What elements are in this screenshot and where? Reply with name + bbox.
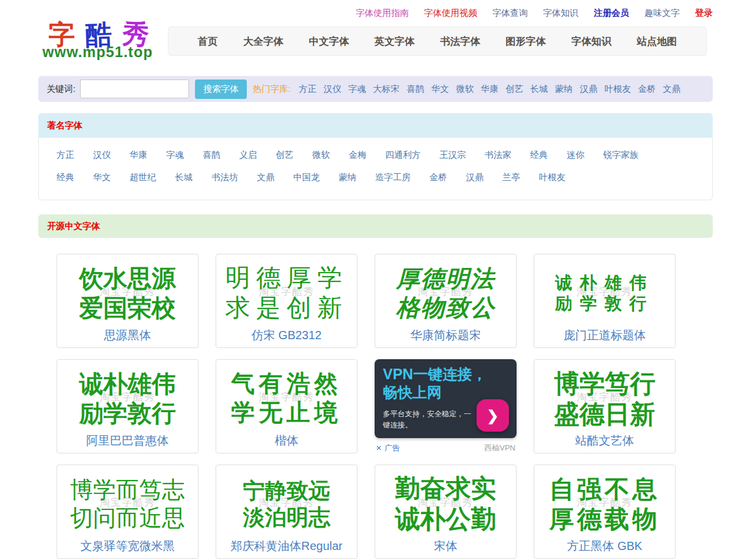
hot-font-link[interactable]: 叶根友 [604, 84, 631, 95]
famous-font-link[interactable]: 华康 [130, 150, 147, 161]
font-card[interactable]: 淘宝字酷秀饮水思源爱国荣校思源黑体 [57, 254, 198, 348]
nav-item[interactable]: 字体知识 [571, 35, 611, 48]
hot-font-link[interactable]: 大标宋 [373, 84, 399, 95]
famous-font-link[interactable]: 金桥 [429, 172, 447, 183]
logo-char: 酷 [85, 19, 123, 50]
font-preview-line: 淡泊明志 [243, 504, 330, 531]
famous-font-link[interactable]: 创艺 [276, 150, 293, 161]
topbar-link[interactable]: 字体知识 [543, 8, 578, 19]
chevron-right-icon: ❯ [487, 407, 498, 424]
famous-font-link[interactable]: 锐字家族 [603, 150, 638, 161]
font-name-label: 思源黑体 [104, 327, 151, 344]
font-preview-line: 宁静致远 [243, 478, 330, 504]
famous-fonts-header: 著名字体 [38, 113, 713, 138]
hot-font-link[interactable]: 华文 [431, 84, 449, 95]
famous-font-link[interactable]: 金梅 [349, 150, 366, 161]
font-preview-line: 厚德载物 [550, 504, 660, 534]
font-card[interactable]: 淘宝字酷秀厚德明法格物致公华康简标题宋 [375, 254, 517, 348]
topbar-link[interactable]: 字体使用指南 [356, 8, 409, 19]
famous-font-link[interactable]: 义启 [239, 150, 257, 161]
font-preview: 自强不息厚德载物 [550, 470, 660, 538]
ad-banner[interactable]: VPN一键连接，畅快上网多平台支持，安全稳定，一键连接。❯ [375, 359, 517, 438]
topbar-link[interactable]: 字体使用视频 [424, 8, 477, 19]
opensource-fonts-section: 开源中文字体 淘宝字酷秀饮水思源爱国荣校思源黑体淘宝字酷秀明德厚学求是创新仿宋 … [38, 214, 713, 559]
famous-font-link[interactable]: 喜鹊 [203, 150, 220, 161]
font-name-label: 仿宋 GB2312 [252, 327, 322, 344]
topbar-link[interactable]: 趣味文字 [644, 8, 680, 19]
ad-label[interactable]: 广告 [385, 443, 400, 453]
hot-font-link[interactable]: 蒙纳 [555, 84, 573, 95]
font-card[interactable]: 淘宝字酷秀博学笃行盛德日新站酷文艺体 [534, 359, 676, 453]
famous-font-link[interactable]: 微软 [312, 150, 330, 161]
nav-item[interactable]: 英文字体 [375, 35, 415, 48]
famous-font-link[interactable]: 王汉宗 [439, 150, 466, 161]
font-preview: 宁静致远淡泊明志 [243, 470, 330, 538]
famous-font-link[interactable]: 叶根友 [539, 172, 565, 183]
famous-font-link[interactable]: 经典 [57, 172, 74, 183]
topbar-link[interactable]: 注册会员 [594, 8, 629, 19]
site-logo[interactable]: 字酷秀 www.mp51.top [42, 20, 160, 61]
famous-font-link[interactable]: 蒙纳 [339, 172, 356, 183]
font-card[interactable]: 淘宝字酷秀诚朴雄伟励学敦行阿里巴巴普惠体 [57, 359, 198, 453]
famous-font-link[interactable]: 书法家 [485, 150, 511, 161]
font-card[interactable]: 淘宝字酷秀明德厚学求是创新仿宋 GB2312 [216, 254, 358, 348]
famous-font-link[interactable]: 文鼎 [257, 172, 274, 183]
famous-font-link[interactable]: 经典 [530, 150, 548, 161]
famous-font-link[interactable]: 造字工房 [375, 172, 411, 183]
topbar-link[interactable]: 字体查询 [492, 8, 528, 19]
font-preview: 诚朴雄伟励学敦行 [555, 259, 654, 327]
hot-font-link[interactable]: 微软 [456, 84, 474, 95]
famous-font-link[interactable]: 超世纪 [130, 172, 156, 183]
ad-cta-button[interactable]: ❯ [477, 399, 509, 432]
hot-font-link[interactable]: 汉仪 [323, 84, 341, 95]
hot-font-link[interactable]: 喜鹊 [406, 84, 424, 95]
famous-font-link[interactable]: 长城 [175, 172, 193, 183]
famous-font-link[interactable]: 汉鼎 [466, 172, 484, 183]
font-card[interactable]: 淘宝字酷秀诚朴雄伟励学敦行庞门正道标题体 [534, 254, 676, 348]
hot-font-link[interactable]: 金桥 [638, 84, 656, 95]
font-card[interactable]: 淘宝字酷秀勤奋求实诚朴公勤宋体 [375, 465, 517, 559]
famous-font-link[interactable]: 书法坊 [211, 172, 238, 183]
search-bar: 关键词: 搜索字体 热门字库: 方正汉仪字魂大标宋喜鹊华文微软华康创艺长城蒙纳汉… [38, 76, 713, 102]
font-card[interactable]: 淘宝字酷秀气有浩然学无止境楷体 [216, 359, 358, 453]
ad-close-icon[interactable]: ✕ [376, 444, 382, 452]
hot-font-link[interactable]: 创艺 [505, 84, 523, 95]
nav-item[interactable]: 大全字体 [243, 35, 283, 48]
font-preview-line: 博学而笃志 [70, 476, 185, 504]
hot-font-link[interactable]: 字魂 [348, 84, 366, 95]
font-card[interactable]: 淘宝字酷秀博学而笃志切问而近思文泉驿等宽微米黑 [57, 465, 198, 559]
nav-item[interactable]: 中文字体 [309, 35, 349, 48]
famous-font-link[interactable]: 汉仪 [93, 150, 111, 161]
hot-font-link[interactable]: 华康 [481, 84, 498, 95]
topbar-link[interactable]: 登录 [695, 8, 713, 19]
famous-font-link[interactable]: 兰亭 [502, 172, 520, 183]
search-font-button[interactable]: 搜索字体 [195, 79, 247, 99]
famous-font-link[interactable]: 中国龙 [293, 172, 320, 183]
font-preview-line: 饮水思源 [80, 264, 176, 293]
nav-item[interactable]: 站点地图 [637, 35, 677, 48]
nav-item[interactable]: 首页 [198, 35, 218, 48]
font-preview-line: 格物致公 [396, 293, 495, 322]
hot-font-link[interactable]: 文鼎 [663, 84, 680, 95]
nav-item[interactable]: 书法字体 [440, 35, 480, 48]
font-card[interactable]: 淘宝字酷秀宁静致远淡泊明志郑庆科黄油体Regular [216, 465, 358, 559]
font-preview: 明德厚学求是创新 [226, 259, 348, 327]
hot-font-link[interactable]: 汉鼎 [580, 84, 597, 95]
font-preview-line: 厚德明法 [396, 264, 495, 293]
font-name-label: 站酷文艺体 [575, 433, 634, 450]
font-card[interactable]: 淘宝字酷秀自强不息厚德载物方正黑体 GBK [534, 465, 676, 559]
font-preview-line: 勤奋求实 [395, 473, 497, 504]
font-cards-grid: 淘宝字酷秀饮水思源爱国荣校思源黑体淘宝字酷秀明德厚学求是创新仿宋 GB2312淘… [57, 254, 713, 559]
keyword-input[interactable] [80, 79, 189, 98]
famous-font-link[interactable]: 四通利方 [385, 150, 421, 161]
opensource-fonts-header: 开源中文字体 [38, 214, 713, 238]
font-preview: 博学笃行盛德日新 [554, 365, 656, 433]
famous-font-link[interactable]: 字魂 [166, 150, 184, 161]
famous-font-link[interactable]: 方正 [57, 150, 74, 161]
hot-font-link[interactable]: 长城 [530, 84, 548, 95]
famous-font-link[interactable]: 华文 [93, 172, 111, 183]
famous-font-link[interactable]: 迷你 [567, 150, 584, 161]
nav-item[interactable]: 图形字体 [506, 35, 546, 48]
keyword-label: 关键词: [47, 84, 75, 95]
hot-font-link[interactable]: 方正 [299, 84, 316, 95]
